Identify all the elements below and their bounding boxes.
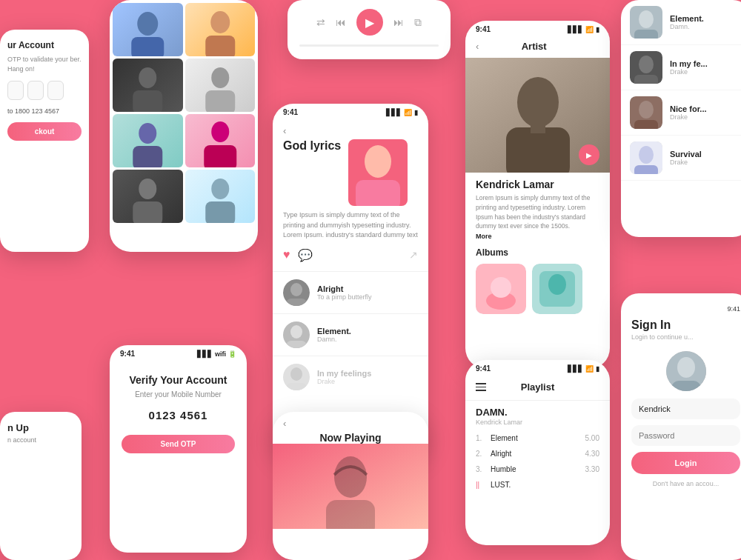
svg-rect-30: [326, 500, 375, 529]
photo-cell: [113, 3, 183, 56]
songlist-item-feelings[interactable]: In my fe... Drake: [621, 45, 741, 90]
songlist-info: Survival Drake: [670, 150, 702, 166]
music-bar-card: ⇄ ⏮ ▶ ⏭ ⧉: [288, 0, 451, 59]
comment-icon[interactable]: 💬: [298, 248, 313, 262]
otp-box-1[interactable]: [7, 81, 24, 100]
albums-section-title: Albums: [465, 244, 610, 261]
status-bar: 9:41 ▋▋▋ 📶 ▮: [465, 360, 610, 374]
svg-rect-46: [634, 75, 658, 84]
song-item-feelings[interactable]: In my feelings Drake: [273, 358, 428, 396]
login-button[interactable]: Login: [631, 452, 740, 474]
song-item-element[interactable]: Element. Damn.: [273, 316, 428, 354]
time: 9:41: [727, 305, 740, 313]
track-2[interactable]: 2. Alright 4.30: [465, 446, 610, 461]
lyrics-card: 9:41 ▋▋▋ 📶 ▮ ‹ God lyrics Type Ipsum is …: [273, 104, 428, 459]
signin-avatar: [666, 351, 706, 391]
back-arrow-icon[interactable]: ‹: [476, 41, 479, 52]
songlist-info: Element. Damn.: [670, 14, 704, 30]
song-item-alright[interactable]: Alright To a pimp butterfly: [273, 273, 428, 312]
svg-rect-9: [133, 146, 162, 167]
next-icon[interactable]: ⏭: [393, 16, 404, 28]
songlist-item-survival[interactable]: Survival Drake: [621, 136, 741, 181]
back-arrow-icon[interactable]: ‹: [283, 125, 286, 136]
wifi-icon: 📶: [585, 365, 594, 373]
signin-subtitle: Login to continue u...: [631, 333, 740, 341]
songlist-item-element[interactable]: Element. Damn.: [621, 0, 741, 45]
track-4[interactable]: || LUST.: [465, 477, 610, 493]
photo-grid: [110, 0, 258, 226]
svg-point-51: [639, 146, 654, 164]
track-num: 1.: [476, 434, 491, 442]
photo-cell: [113, 59, 183, 112]
phone-input[interactable]: 0123 4561: [122, 409, 235, 421]
shuffle-icon[interactable]: ⇄: [316, 16, 325, 28]
songlist-art: [630, 6, 662, 39]
track-3[interactable]: 3. Humble 3.30: [465, 461, 610, 477]
svg-point-42: [639, 10, 654, 28]
battery-icon: ▮: [414, 109, 418, 116]
otp-box-3[interactable]: [47, 81, 64, 100]
song-info: In my feelings Drake: [317, 369, 371, 385]
track-name: Element: [491, 434, 585, 442]
svg-point-26: [290, 367, 302, 381]
progress-bar: [299, 44, 439, 47]
svg-point-54: [677, 357, 695, 378]
username-field[interactable]: [631, 399, 740, 419]
sl-sub: Drake: [670, 68, 708, 76]
signup-sub: n account: [7, 436, 74, 444]
now-playing-title: Now Playing: [273, 429, 428, 444]
song-avatar: [283, 364, 310, 390]
svg-rect-52: [634, 165, 658, 174]
track-name: Alright: [491, 450, 585, 458]
repeat-icon[interactable]: ⧉: [414, 16, 422, 29]
song-sub: Drake: [317, 378, 371, 385]
songlist-item-nice[interactable]: Nice for... Drake: [621, 90, 741, 136]
artist-more-button[interactable]: More: [465, 231, 610, 244]
sl-sub: Damn.: [670, 23, 704, 30]
play-button[interactable]: ▶: [356, 9, 383, 36]
password-field[interactable]: [631, 425, 740, 446]
share-icon[interactable]: ↗: [409, 249, 418, 261]
svg-point-12: [139, 179, 156, 199]
album-thumb-1[interactable]: [476, 264, 526, 314]
status-bar: 9:41 ▋▋▋ wifi 🔋: [110, 345, 247, 359]
songlist-right-card: Element. Damn. In my fe... Drake Nice fo…: [621, 0, 741, 237]
divider: [273, 271, 428, 272]
artist-page-title: Artist: [522, 41, 547, 52]
signal-icon: ▋▋▋: [568, 365, 583, 373]
sl-sub: Drake: [670, 113, 707, 121]
track-dur: 4.30: [585, 450, 599, 458]
checkout-button[interactable]: ckout: [7, 122, 82, 141]
battery-icon: 🔋: [228, 350, 236, 358]
signin-title: Sign In: [631, 319, 740, 332]
svg-rect-15: [205, 201, 235, 223]
track-1[interactable]: 1. Element 5.00: [465, 430, 610, 446]
playlist-album-name: DAMN.: [465, 401, 610, 419]
photo-cell: [113, 170, 183, 223]
now-playing-card: ‹ Now Playing: [273, 412, 428, 560]
signin-card: 9:41 Sign In Login to continue u... Logi…: [621, 293, 741, 560]
wifi-icon: wifi: [215, 350, 226, 358]
otp-box-2[interactable]: [27, 81, 44, 100]
album-thumb-2[interactable]: [532, 264, 582, 314]
songlist-info: In my fe... Drake: [670, 59, 708, 76]
signin-footer: Don't have an accou...: [631, 480, 740, 487]
track-dur: 5.00: [585, 434, 599, 442]
back-arrow-icon[interactable]: ‹: [283, 418, 286, 429]
heart-icon[interactable]: ♥: [283, 248, 290, 261]
photo-cell: [113, 114, 183, 167]
prev-icon[interactable]: ⏮: [336, 16, 346, 28]
playlist-header: Playlist: [465, 374, 610, 401]
artist-header: ‹ Artist: [465, 35, 610, 58]
songlist-art: [630, 96, 662, 129]
sl-sub: Drake: [670, 159, 702, 166]
hamburger-menu[interactable]: [476, 383, 486, 391]
send-otp-button[interactable]: Send OTP: [122, 435, 235, 453]
svg-point-8: [139, 123, 156, 144]
time: 9:41: [476, 25, 491, 33]
artist-play-button[interactable]: ▶: [579, 144, 599, 165]
svg-point-20: [290, 283, 302, 296]
track-dur: 3.30: [585, 465, 599, 473]
status-bar: 9:41 ▋▋▋ 📶 ▮: [465, 21, 610, 35]
lyrics-actions: ♥ 💬 ↗: [273, 241, 428, 270]
